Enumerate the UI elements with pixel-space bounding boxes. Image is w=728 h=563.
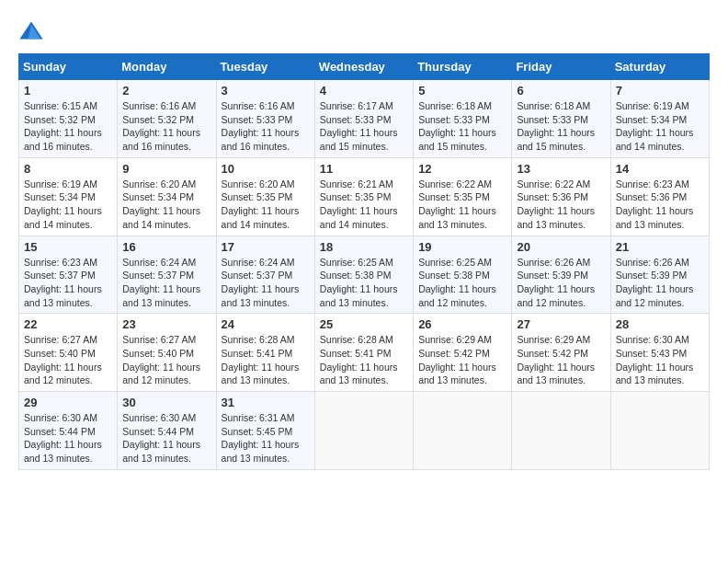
day-number: 29 [24,396,112,409]
day-number: 14 [616,162,704,176]
calendar-header: SundayMondayTuesdayWednesdayThursdayFrid… [19,54,710,80]
day-info: Sunrise: 6:31 AMSunset: 5:45 PMDaylight:… [222,411,310,465]
calendar-cell: 15Sunrise: 6:23 AMSunset: 5:37 PMDayligh… [19,236,118,314]
weekday-header-thursday: Thursday [414,54,512,80]
day-info: Sunrise: 6:19 AMSunset: 5:34 PMDaylight:… [24,178,112,232]
calendar-week-4: 22Sunrise: 6:27 AMSunset: 5:40 PMDayligh… [19,314,710,392]
calendar-cell: 23Sunrise: 6:27 AMSunset: 5:40 PMDayligh… [118,314,216,392]
day-info: Sunrise: 6:30 AMSunset: 5:44 PMDaylight:… [122,411,210,465]
day-info: Sunrise: 6:30 AMSunset: 5:44 PMDaylight:… [24,411,112,465]
calendar-cell: 7Sunrise: 6:19 AMSunset: 5:34 PMDaylight… [610,80,709,158]
day-info: Sunrise: 6:21 AMSunset: 5:35 PMDaylight:… [320,178,408,232]
calendar-cell [610,392,709,470]
calendar-cell: 21Sunrise: 6:26 AMSunset: 5:39 PMDayligh… [610,236,709,314]
calendar-cell: 8Sunrise: 6:19 AMSunset: 5:34 PMDaylight… [19,157,118,236]
day-number: 17 [222,240,310,254]
day-number: 16 [122,240,210,254]
day-number: 27 [517,317,605,331]
day-number: 21 [616,240,704,254]
day-number: 3 [222,84,310,98]
calendar-cell: 17Sunrise: 6:24 AMSunset: 5:37 PMDayligh… [216,236,314,314]
day-info: Sunrise: 6:25 AMSunset: 5:38 PMDaylight:… [418,256,506,310]
calendar-cell: 3Sunrise: 6:16 AMSunset: 5:33 PMDaylight… [216,80,314,158]
day-number: 10 [222,162,310,176]
day-number: 23 [122,317,210,331]
day-number: 30 [122,396,210,409]
logo-icon [18,18,44,44]
day-number: 22 [24,317,112,331]
calendar-cell: 9Sunrise: 6:20 AMSunset: 5:34 PMDaylight… [118,157,216,236]
calendar-cell: 2Sunrise: 6:16 AMSunset: 5:32 PMDaylight… [118,80,216,158]
day-number: 24 [222,317,310,331]
day-number: 5 [418,84,506,98]
calendar-cell: 22Sunrise: 6:27 AMSunset: 5:40 PMDayligh… [19,314,118,392]
day-number: 25 [320,317,408,331]
day-info: Sunrise: 6:22 AMSunset: 5:35 PMDaylight:… [418,178,506,232]
calendar-cell: 28Sunrise: 6:30 AMSunset: 5:43 PMDayligh… [610,314,709,392]
day-number: 28 [616,317,704,331]
weekday-header-sunday: Sunday [19,54,118,80]
day-number: 1 [24,84,112,98]
calendar-cell: 24Sunrise: 6:28 AMSunset: 5:41 PMDayligh… [216,314,314,392]
calendar-week-3: 15Sunrise: 6:23 AMSunset: 5:37 PMDayligh… [19,236,710,314]
day-number: 4 [320,84,408,98]
logo [18,18,46,44]
day-info: Sunrise: 6:18 AMSunset: 5:33 PMDaylight:… [418,99,506,154]
day-info: Sunrise: 6:29 AMSunset: 5:42 PMDaylight:… [517,333,605,387]
day-info: Sunrise: 6:27 AMSunset: 5:40 PMDaylight:… [24,333,112,387]
day-info: Sunrise: 6:18 AMSunset: 5:33 PMDaylight:… [517,99,605,154]
calendar-week-5: 29Sunrise: 6:30 AMSunset: 5:44 PMDayligh… [19,392,710,470]
day-info: Sunrise: 6:30 AMSunset: 5:43 PMDaylight:… [616,333,704,387]
day-number: 11 [320,162,408,176]
day-number: 9 [122,162,210,176]
calendar-cell: 30Sunrise: 6:30 AMSunset: 5:44 PMDayligh… [118,392,216,470]
day-info: Sunrise: 6:24 AMSunset: 5:37 PMDaylight:… [122,256,210,310]
page-header [18,18,710,44]
calendar-cell: 26Sunrise: 6:29 AMSunset: 5:42 PMDayligh… [414,314,512,392]
calendar-cell [314,392,413,470]
calendar-cell: 18Sunrise: 6:25 AMSunset: 5:38 PMDayligh… [314,236,413,314]
day-number: 31 [222,396,310,409]
day-number: 7 [616,84,704,98]
day-number: 18 [320,240,408,254]
day-info: Sunrise: 6:27 AMSunset: 5:40 PMDaylight:… [122,333,210,387]
calendar-cell [414,392,512,470]
day-number: 15 [24,240,112,254]
calendar-cell: 16Sunrise: 6:24 AMSunset: 5:37 PMDayligh… [118,236,216,314]
calendar-cell: 12Sunrise: 6:22 AMSunset: 5:35 PMDayligh… [414,157,512,236]
day-info: Sunrise: 6:16 AMSunset: 5:33 PMDaylight:… [222,99,310,154]
day-info: Sunrise: 6:17 AMSunset: 5:33 PMDaylight:… [320,99,408,154]
weekday-header-wednesday: Wednesday [314,54,413,80]
calendar-cell [512,392,610,470]
calendar-cell: 4Sunrise: 6:17 AMSunset: 5:33 PMDaylight… [314,80,413,158]
day-number: 12 [418,162,506,176]
calendar-week-1: 1Sunrise: 6:15 AMSunset: 5:32 PMDaylight… [19,80,710,158]
day-number: 20 [517,240,605,254]
calendar-cell: 1Sunrise: 6:15 AMSunset: 5:32 PMDaylight… [19,80,118,158]
weekday-header-saturday: Saturday [610,54,709,80]
day-number: 8 [24,162,112,176]
day-number: 26 [418,317,506,331]
day-info: Sunrise: 6:23 AMSunset: 5:37 PMDaylight:… [24,256,112,310]
calendar-cell: 29Sunrise: 6:30 AMSunset: 5:44 PMDayligh… [19,392,118,470]
calendar-week-2: 8Sunrise: 6:19 AMSunset: 5:34 PMDaylight… [19,157,710,236]
day-number: 6 [517,84,605,98]
day-info: Sunrise: 6:26 AMSunset: 5:39 PMDaylight:… [517,256,605,310]
day-info: Sunrise: 6:22 AMSunset: 5:36 PMDaylight:… [517,178,605,232]
day-info: Sunrise: 6:25 AMSunset: 5:38 PMDaylight:… [320,256,408,310]
day-info: Sunrise: 6:20 AMSunset: 5:35 PMDaylight:… [222,178,310,232]
calendar-cell: 5Sunrise: 6:18 AMSunset: 5:33 PMDaylight… [414,80,512,158]
calendar-cell: 6Sunrise: 6:18 AMSunset: 5:33 PMDaylight… [512,80,610,158]
calendar-cell: 27Sunrise: 6:29 AMSunset: 5:42 PMDayligh… [512,314,610,392]
calendar-cell: 14Sunrise: 6:23 AMSunset: 5:36 PMDayligh… [610,157,709,236]
calendar-cell: 11Sunrise: 6:21 AMSunset: 5:35 PMDayligh… [314,157,413,236]
day-info: Sunrise: 6:20 AMSunset: 5:34 PMDaylight:… [122,178,210,232]
weekday-header-friday: Friday [512,54,610,80]
day-number: 19 [418,240,506,254]
calendar-cell: 10Sunrise: 6:20 AMSunset: 5:35 PMDayligh… [216,157,314,236]
day-info: Sunrise: 6:16 AMSunset: 5:32 PMDaylight:… [122,99,210,154]
calendar-cell: 13Sunrise: 6:22 AMSunset: 5:36 PMDayligh… [512,157,610,236]
calendar-cell: 19Sunrise: 6:25 AMSunset: 5:38 PMDayligh… [414,236,512,314]
weekday-header-monday: Monday [118,54,216,80]
day-info: Sunrise: 6:24 AMSunset: 5:37 PMDaylight:… [222,256,310,310]
